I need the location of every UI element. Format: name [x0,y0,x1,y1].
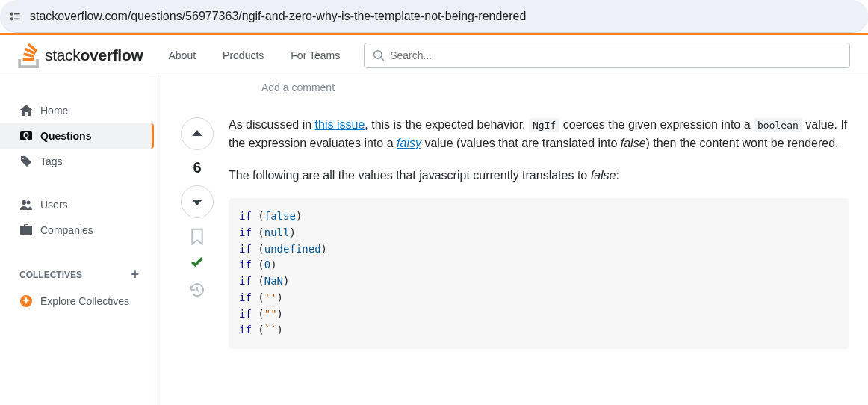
tag-icon [19,155,33,168]
url-bar[interactable]: stackoverflow.com/questions/56977363/ngi… [0,0,868,33]
search-icon [372,49,385,62]
svg-point-0 [11,13,13,15]
url-text[interactable]: stackoverflow.com/questions/56977363/ngi… [30,10,526,23]
upvote-button[interactable] [181,117,214,150]
sidebar-item-label: Questions [40,130,91,142]
nav-about[interactable]: About [159,45,205,66]
search-input[interactable] [390,49,842,61]
falsy-link[interactable]: falsy [397,137,421,149]
nav-for-teams[interactable]: For Teams [282,45,349,66]
sidebar-item-label: Home [40,105,68,117]
history-icon [188,281,206,299]
sidebar-item-tags[interactable]: Tags [0,149,161,174]
sidebar-item-users[interactable]: Users [0,192,161,217]
svg-line-5 [381,58,384,61]
answer-paragraph-1: As discussed in this issue, this is the … [229,116,849,153]
sidebar-item-questions[interactable]: Q Questions [0,123,154,149]
nav-products[interactable]: Products [214,45,273,66]
svg-point-8 [22,200,26,205]
logo[interactable]: stackoverflow [18,43,143,68]
sidebar-heading-collectives: COLLECTIVES + [0,261,161,288]
sidebar-item-label: Explore Collectives [40,295,129,307]
code-block-falsy-values: if (false)if (null)if (undefined)if (0)i… [229,198,849,349]
code-ngif: NgIf [529,118,559,132]
activity-history-button[interactable] [188,281,206,299]
checkmark-icon [188,250,206,276]
sidebar-item-companies[interactable]: Companies [0,217,161,243]
svg-point-9 [27,201,31,205]
sidebar-item-label: Tags [40,155,63,167]
svg-point-2 [11,18,13,20]
vote-column: 6 [181,116,214,349]
briefcase-icon [19,223,33,237]
chevron-up-icon [190,127,204,140]
bookmark-icon [188,227,206,245]
vote-score: 6 [193,156,201,179]
answer-paragraph-2: The following are all the values that ja… [229,167,849,185]
svg-point-4 [374,50,382,58]
sidebar: Home Q Questions Tags Users Companies CO… [0,75,161,405]
chevron-down-icon [190,195,204,208]
home-icon [19,104,33,117]
sidebar-item-explore-collectives[interactable]: Explore Collectives [0,288,161,314]
sidebar-item-label: Companies [40,224,93,236]
accepted-answer-check [188,254,206,272]
bookmark-button[interactable] [188,227,206,245]
answer-body: As discussed in this issue, this is the … [229,116,849,349]
svg-text:Q: Q [23,132,29,140]
questions-icon: Q [19,129,33,143]
issue-link[interactable]: this issue [315,118,365,131]
header: stackoverflow About Products For Teams [0,35,868,75]
logo-text: stackoverflow [45,46,143,64]
add-comment-link[interactable]: Add a comment [181,75,849,116]
site-settings-icon[interactable] [7,9,22,24]
main-content: Add a comment 6 As discussed in this iss… [161,75,868,405]
sidebar-item-home[interactable]: Home [0,98,161,123]
code-boolean: boolean [754,118,802,132]
plus-icon[interactable]: + [131,267,152,282]
users-icon [19,198,33,211]
downvote-button[interactable] [181,185,214,218]
sidebar-item-label: Users [40,199,68,211]
search-box[interactable] [364,43,850,68]
answer: 6 As discussed in this issue, this is th… [181,116,849,349]
star-burst-icon [19,294,33,308]
